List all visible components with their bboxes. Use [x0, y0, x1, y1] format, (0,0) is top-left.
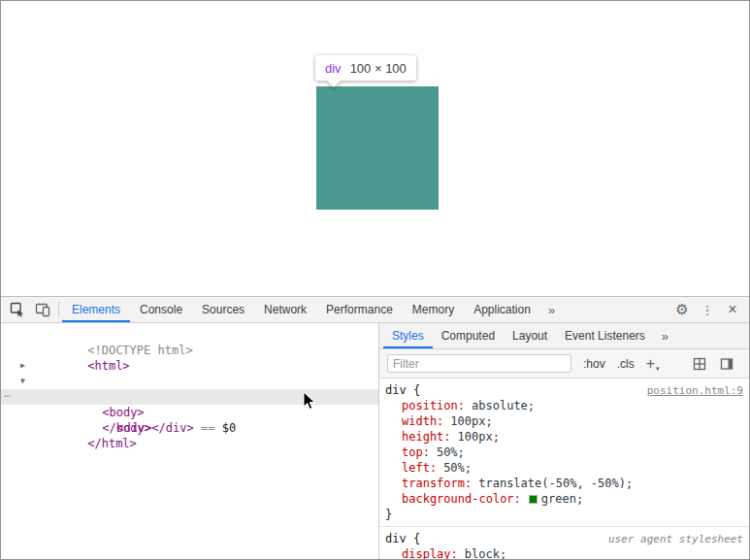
dom-line-doctype[interactable]: <!DOCTYPE html>: [1, 327, 378, 343]
rule-selector[interactable]: div {: [385, 531, 420, 546]
tab-application[interactable]: Application: [464, 297, 540, 322]
plus-glyph: +: [646, 356, 655, 372]
inspect-cursor-icon: [10, 302, 25, 317]
property-value: block;: [465, 547, 506, 559]
style-rules-list: div { position.html:9 position:absolute;…: [379, 379, 749, 559]
property-value: absolute;: [472, 399, 535, 412]
tab-elements[interactable]: Elements: [62, 297, 130, 322]
filter-bar-right-icons: [693, 357, 741, 371]
tooltip-pointer: [327, 74, 341, 87]
toggle-computed-sidebar-icon[interactable]: [720, 357, 734, 371]
gear-glyph: ⚙: [675, 301, 688, 318]
tab-sources-label: Sources: [202, 303, 245, 316]
toggle-hover-state-button[interactable]: :hov: [583, 357, 605, 371]
tab-sources[interactable]: Sources: [192, 297, 254, 322]
declaration-width[interactable]: width:100px;: [385, 413, 743, 429]
collapse-arrow-icon[interactable]: ▼: [20, 374, 25, 389]
tab-computed[interactable]: Computed: [433, 323, 504, 348]
property-value: 100px;: [458, 430, 500, 444]
declaration-position[interactable]: position:absolute;: [385, 398, 743, 413]
tab-memory-label: Memory: [412, 303, 454, 316]
devtools-panel: Elements Console Sources Network Perform…: [1, 296, 749, 559]
sidebar-more-tabs-icon[interactable]: »: [654, 323, 676, 348]
toolbar-separator: [58, 302, 59, 317]
tab-styles-label: Styles: [392, 329, 424, 343]
more-tabs-glyph: »: [548, 303, 555, 317]
property-name: height:: [402, 430, 451, 444]
dom-line-div-selected[interactable]: … <div></div> == $0: [1, 389, 378, 405]
style-rule-authored: div { position.html:9 position:absolute;…: [379, 379, 749, 527]
browser-viewport: div 100 × 100: [1, 1, 749, 296]
styles-filter-bar: :hov .cls +▾: [379, 349, 749, 379]
styles-sidebar: Styles Computed Layout Event Listeners »…: [379, 323, 749, 559]
color-swatch-green[interactable]: [529, 495, 538, 504]
device-toolbar-icon[interactable]: [30, 297, 55, 322]
tab-event-listeners[interactable]: Event Listeners: [556, 323, 654, 348]
rule-header: div { position.html:9: [385, 382, 743, 398]
inspect-element-icon[interactable]: [5, 297, 30, 322]
property-name: position:: [402, 399, 465, 412]
declaration-display[interactable]: display:block;: [385, 546, 743, 559]
property-name: left:: [402, 461, 437, 475]
toolbar-right-controls: ⚙ ⋮ ×: [669, 297, 745, 322]
rule-source-link[interactable]: position.html:9: [647, 383, 743, 399]
property-value: 50%;: [443, 461, 472, 475]
property-value: translate(-50%, -50%);: [478, 477, 633, 490]
toggle-classes-button[interactable]: .cls: [617, 357, 635, 371]
property-name: display:: [402, 547, 458, 559]
declaration-background-color[interactable]: background-color:green;: [385, 491, 743, 507]
expand-arrow-icon[interactable]: ▶: [20, 358, 25, 374]
tab-styles[interactable]: Styles: [383, 323, 433, 348]
devtools-menu-icon[interactable]: ⋮: [695, 297, 720, 322]
tab-application-label: Application: [473, 303, 531, 316]
devtools-content: <!DOCTYPE html> <html> ▶ <head>…</head> …: [1, 323, 749, 559]
property-value: 100px;: [450, 414, 492, 428]
tab-event-listeners-label: Event Listeners: [565, 329, 645, 343]
elements-dom-tree: <!DOCTYPE html> <html> ▶ <head>…</head> …: [1, 323, 379, 559]
dom-line-head[interactable]: ▶ <head>…</head>: [1, 358, 378, 374]
html-close-tag: </html>: [87, 437, 137, 450]
dom-line-body-open[interactable]: ▼ <body>: [1, 374, 378, 389]
tab-performance[interactable]: Performance: [316, 297, 403, 322]
device-icon: [35, 302, 50, 317]
new-style-rule-button[interactable]: +▾: [646, 356, 660, 372]
more-tabs-icon[interactable]: »: [540, 297, 563, 322]
declaration-transform[interactable]: transform:translate(-50%, -50%);: [385, 476, 743, 491]
rendering-emulations-icon[interactable]: [693, 357, 706, 371]
tab-network-label: Network: [264, 303, 307, 316]
sidebar-tab-bar: Styles Computed Layout Event Listeners »: [379, 323, 749, 349]
declaration-height[interactable]: height:100px;: [385, 429, 743, 445]
declaration-top[interactable]: top:50%;: [385, 445, 743, 460]
node-menu-dots-icon[interactable]: …: [4, 386, 10, 402]
tab-elements-label: Elements: [72, 303, 120, 316]
close-glyph: ×: [728, 301, 736, 318]
tab-console[interactable]: Console: [130, 297, 192, 322]
dom-line-html-open[interactable]: <html>: [1, 343, 378, 358]
property-value: green;: [541, 492, 583, 506]
tab-network[interactable]: Network: [254, 297, 316, 322]
sidebar-more-tabs-glyph: »: [662, 329, 668, 344]
inspected-element-highlight[interactable]: [316, 86, 439, 210]
rule-close-brace: }: [385, 507, 743, 522]
inspect-tooltip: div 100 × 100: [315, 55, 416, 81]
close-devtools-icon[interactable]: ×: [720, 297, 745, 322]
dom-line-html-close[interactable]: </html>: [1, 420, 378, 436]
tab-layout-label: Layout: [512, 329, 547, 343]
property-name: top:: [402, 445, 430, 459]
tooltip-dimensions: 100 × 100: [350, 61, 407, 76]
tab-memory[interactable]: Memory: [403, 297, 464, 322]
tab-layout[interactable]: Layout: [504, 323, 556, 348]
plus-caret-icon: ▾: [656, 365, 660, 372]
property-name: width:: [402, 414, 443, 428]
dom-line-body-close[interactable]: </body>: [1, 405, 378, 420]
kebab-glyph: ⋮: [701, 303, 714, 317]
rule-selector[interactable]: div {: [385, 382, 420, 398]
tab-computed-label: Computed: [441, 329, 495, 343]
declaration-left[interactable]: left:50%;: [385, 460, 743, 476]
property-name: background-color:: [402, 492, 521, 506]
mouse-cursor-icon: [303, 391, 316, 411]
tab-performance-label: Performance: [326, 303, 393, 316]
screenshot-root: div 100 × 100 Elements Console S: [0, 0, 750, 560]
settings-gear-icon[interactable]: ⚙: [669, 297, 695, 322]
styles-filter-input[interactable]: [387, 354, 571, 373]
